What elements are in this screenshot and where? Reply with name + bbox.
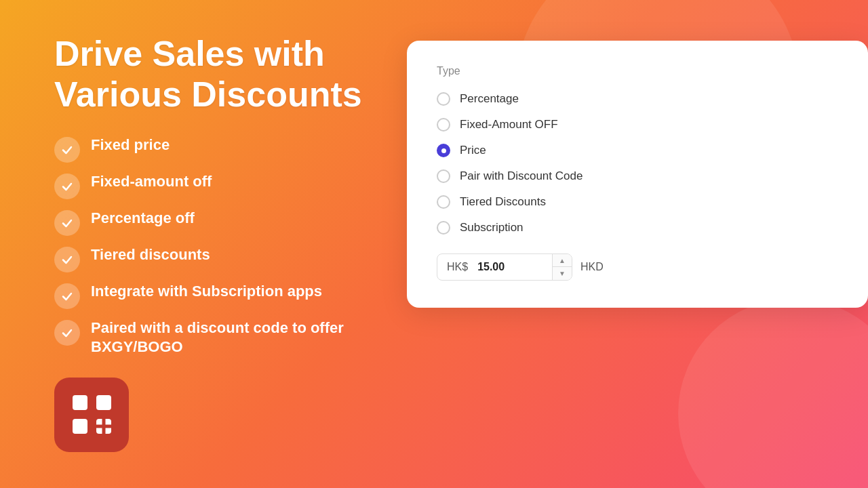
feature-list: Fixed price Fixed-amount off Percentage … bbox=[54, 136, 366, 357]
price-prefix: HK$ bbox=[437, 254, 475, 280]
main-title: Drive Sales with Various Discounts bbox=[54, 34, 366, 115]
radio-circle-pair-discount-code bbox=[437, 169, 450, 183]
radio-item-subscription[interactable]: Subscription bbox=[437, 221, 838, 235]
check-icon-fixed-amount-off bbox=[54, 174, 80, 199]
radio-text-price: Price bbox=[460, 144, 486, 157]
radio-circle-price bbox=[437, 144, 450, 157]
radio-text-fixed-amount-off: Fixed-Amount OFF bbox=[460, 118, 558, 131]
radio-item-price[interactable]: Price bbox=[437, 144, 838, 157]
feature-label-bxgy-bogo: Paired with a discount code to offer BXG… bbox=[91, 319, 366, 357]
check-icon-fixed-price bbox=[54, 137, 80, 163]
price-input-wrapper[interactable]: HK$ 15.00 ▲ ▼ bbox=[437, 253, 572, 281]
feature-item-bxgy-bogo: Paired with a discount code to offer BXG… bbox=[54, 319, 366, 357]
feature-label-percentage-off: Percentage off bbox=[91, 209, 195, 228]
feature-label-fixed-amount-off: Fixed-amount off bbox=[91, 172, 212, 192]
svg-rect-2 bbox=[96, 395, 111, 410]
check-icon-tiered-discounts bbox=[54, 247, 80, 272]
currency-label: HKD bbox=[580, 261, 604, 273]
radio-item-tiered-discounts[interactable]: Tiered Discounts bbox=[437, 195, 838, 209]
radio-item-pair-discount-code[interactable]: Pair with Discount Code bbox=[437, 169, 838, 183]
type-label: Type bbox=[437, 65, 838, 77]
left-panel: Drive Sales with Various Discounts Fixed… bbox=[54, 34, 366, 452]
radio-circle-subscription bbox=[437, 221, 450, 235]
stepper-up[interactable]: ▲ bbox=[553, 254, 572, 267]
stepper-down[interactable]: ▼ bbox=[553, 267, 572, 280]
radio-circle-tiered-discounts bbox=[437, 195, 450, 209]
app-logo bbox=[54, 378, 129, 452]
feature-label-subscription-apps: Integrate with Subscription apps bbox=[91, 282, 322, 302]
radio-text-pair-discount-code: Pair with Discount Code bbox=[460, 169, 583, 183]
svg-rect-0 bbox=[73, 395, 87, 410]
feature-item-percentage-off: Percentage off bbox=[54, 209, 366, 236]
radio-list: PercentageFixed-Amount OFFPricePair with… bbox=[437, 92, 838, 235]
radio-item-percentage[interactable]: Percentage bbox=[437, 92, 838, 106]
feature-item-fixed-price: Fixed price bbox=[54, 136, 366, 163]
feature-label-fixed-price: Fixed price bbox=[91, 136, 170, 155]
price-value: 15.00 bbox=[475, 254, 507, 280]
price-input-row: HK$ 15.00 ▲ ▼ HKD bbox=[437, 253, 838, 281]
right-panel: Type PercentageFixed-Amount OFFPricePair… bbox=[407, 41, 868, 308]
svg-rect-1 bbox=[73, 419, 87, 434]
main-container: Drive Sales with Various Discounts Fixed… bbox=[0, 0, 868, 488]
radio-text-tiered-discounts: Tiered Discounts bbox=[460, 195, 546, 209]
radio-item-fixed-amount-off[interactable]: Fixed-Amount OFF bbox=[437, 118, 838, 131]
radio-circle-percentage bbox=[437, 92, 450, 106]
check-icon-bxgy-bogo bbox=[54, 320, 80, 346]
radio-text-subscription: Subscription bbox=[460, 221, 524, 235]
radio-circle-fixed-amount-off bbox=[437, 118, 450, 131]
feature-label-tiered-discounts: Tiered discounts bbox=[91, 245, 210, 265]
radio-text-percentage: Percentage bbox=[460, 92, 519, 106]
feature-item-tiered-discounts: Tiered discounts bbox=[54, 245, 366, 272]
feature-item-fixed-amount-off: Fixed-amount off bbox=[54, 172, 366, 199]
price-stepper[interactable]: ▲ ▼ bbox=[552, 254, 572, 280]
logo-icon bbox=[70, 392, 114, 436]
feature-item-subscription-apps: Integrate with Subscription apps bbox=[54, 282, 366, 309]
check-icon-subscription-apps bbox=[54, 283, 80, 309]
discount-type-card: Type PercentageFixed-Amount OFFPricePair… bbox=[407, 41, 868, 308]
check-icon-percentage-off bbox=[54, 210, 80, 236]
